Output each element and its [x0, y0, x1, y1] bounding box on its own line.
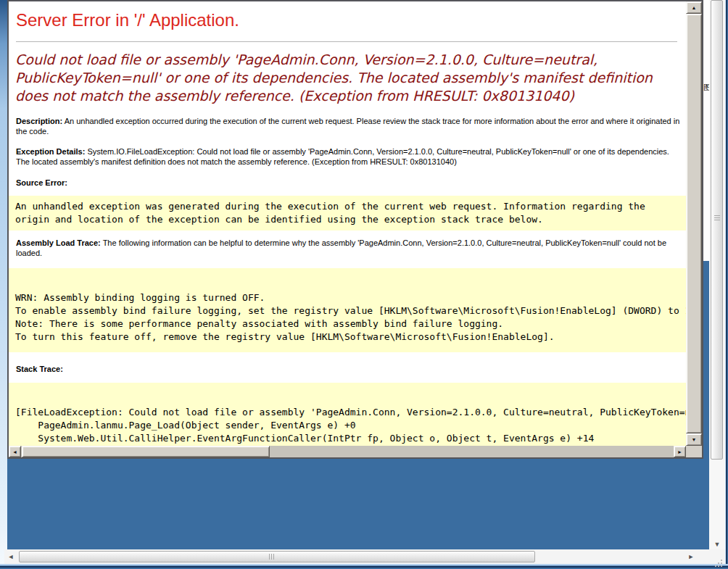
scroll-right-icon: ►: [677, 449, 682, 454]
stack-trace-code: [FileLoadException: Could not load file …: [9, 383, 686, 446]
description-paragraph: Description: An unhandled exception occu…: [16, 116, 684, 136]
browser-vertical-scrollbar-thumb[interactable]: [711, 0, 723, 460]
window-resize-corner[interactable]: [708, 549, 725, 564]
source-error-heading: Source Error:: [16, 178, 684, 188]
exception-details-label: Exception Details:: [16, 147, 85, 156]
browser-horizontal-scrollbar[interactable]: ◄ ►: [4, 549, 708, 564]
browser-vertical-scrollbar[interactable]: ▼: [709, 0, 725, 552]
title-divider: [16, 41, 677, 42]
scroll-down-button[interactable]: ▼: [686, 433, 702, 446]
page-right-margin: [703, 0, 709, 261]
scrollbar-corner: [686, 446, 702, 457]
scroll-up-button[interactable]: ▲: [686, 1, 702, 14]
exception-details-paragraph: Exception Details: System.IO.FileLoadExc…: [16, 146, 684, 167]
window-bottom-border: [0, 564, 728, 569]
description-label: Description:: [16, 117, 62, 125]
error-message-line: PublicKeyToken=null' or one of its depen…: [15, 69, 686, 87]
frame-horizontal-scrollbar[interactable]: ◄ ►: [9, 446, 686, 457]
error-frame: Server Error in '/' Application. Could n…: [7, 0, 703, 459]
scroll-right-button[interactable]: ►: [674, 446, 686, 457]
scroll-up-icon: ▲: [692, 5, 697, 10]
scrollbar-gripper: [714, 215, 720, 221]
error-page-content: Server Error in '/' Application. Could n…: [9, 1, 686, 446]
error-message: Could not load file or assembly 'PageAdm…: [15, 51, 686, 105]
fusion-log-box: WRN: Assembly binding logging is turned …: [9, 268, 686, 352]
stack-trace-heading: Stack Trace:: [16, 364, 684, 374]
source-error-label: Source Error:: [16, 178, 67, 187]
error-message-line: Could not load file or assembly 'PageAdm…: [15, 51, 686, 69]
browser-horizontal-scrollbar-thumb[interactable]: [19, 551, 535, 562]
page-title: Server Error in '/' Application.: [16, 10, 239, 30]
frame-vertical-scrollbar[interactable]: ▲ ▼: [686, 1, 702, 446]
browser-scroll-left-button[interactable]: ◄: [4, 549, 17, 564]
browser-scroll-right-button[interactable]: ►: [684, 549, 698, 564]
scroll-down-icon: ▼: [692, 437, 697, 442]
scrollbar-gripper: [269, 554, 275, 560]
error-message-line: does not match the assembly reference. (…: [15, 87, 686, 105]
scroll-left-icon: ◄: [12, 449, 17, 454]
horizontal-scrollbar-thumb[interactable]: [22, 446, 270, 457]
scroll-left-button[interactable]: ◄: [9, 446, 21, 457]
stack-trace-label: Stack Trace:: [16, 365, 63, 373]
stack-trace-box: [FileLoadException: Could not load file …: [9, 383, 686, 446]
scroll-left-icon: ◄: [8, 553, 15, 560]
description-text: An unhandled exception occurred during t…: [16, 117, 679, 136]
window-right-border: [725, 0, 728, 569]
scroll-right-icon: ►: [688, 553, 695, 560]
source-error-code: An unhandled exception was generated dur…: [9, 196, 686, 230]
source-error-box: An unhandled exception was generated dur…: [9, 196, 686, 230]
exception-details-text: System.IO.FileLoadException: Could not l…: [16, 147, 669, 166]
vertical-scrollbar-thumb[interactable]: [686, 14, 702, 433]
assembly-load-trace-text: The following information can be helpful…: [16, 238, 666, 257]
resize-grip-icon: [721, 560, 722, 561]
assembly-load-trace-label: Assembly Load Trace:: [16, 238, 101, 247]
scroll-down-icon: ▼: [714, 541, 721, 548]
fusion-log-code: WRN: Assembly binding logging is turned …: [9, 268, 686, 348]
window-left-border: [0, 0, 7, 569]
assembly-load-trace-paragraph: Assembly Load Trace: The following infor…: [16, 238, 684, 258]
